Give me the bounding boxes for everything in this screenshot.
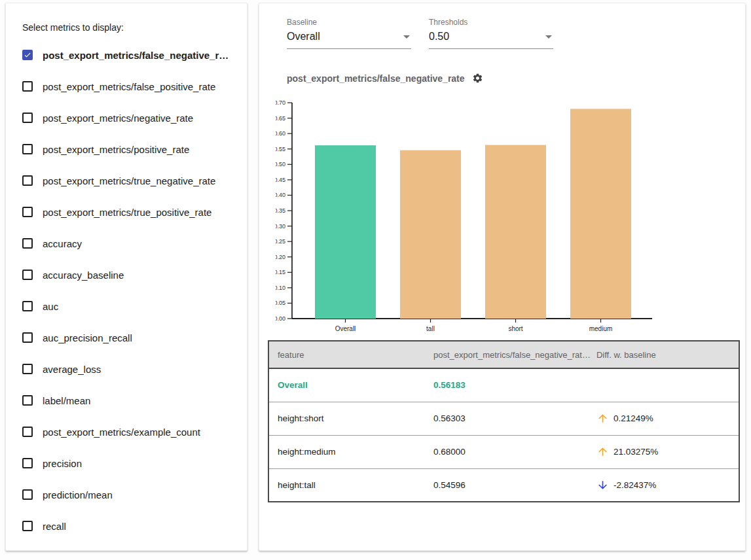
metric-value-cell: 0.56183 <box>428 368 591 402</box>
metric-option-label: auc <box>43 301 58 312</box>
metric-option-10[interactable]: average_loss <box>6 353 247 385</box>
baseline-label: Baseline <box>287 18 411 27</box>
checkbox-unchecked-icon[interactable] <box>22 175 33 186</box>
checkbox-unchecked-icon[interactable] <box>22 81 33 92</box>
chevron-down-icon <box>545 35 552 39</box>
x-tick-label: medium <box>589 325 613 332</box>
metric-option-5[interactable]: post_export_metrics/true_positive_rate <box>6 196 247 228</box>
metric-option-label: accuracy <box>43 238 82 249</box>
checkbox-checked-icon[interactable] <box>22 50 33 60</box>
checkbox-unchecked-icon[interactable] <box>22 113 33 123</box>
y-tick-label: 0.35 <box>276 207 285 214</box>
bar-Overall[interactable] <box>315 145 376 319</box>
bar-medium[interactable] <box>570 109 631 319</box>
checkbox-unchecked-icon[interactable] <box>22 238 33 249</box>
gear-icon[interactable] <box>472 73 483 84</box>
table-row-height:short[interactable]: height:short0.563030.21249% <box>268 402 739 435</box>
bar-tall[interactable] <box>400 150 461 319</box>
y-tick-label: 0.25 <box>276 238 285 245</box>
metric-option-0[interactable]: post_export_metrics/false_negative_r… <box>6 39 247 71</box>
metric-option-7[interactable]: accuracy_baseline <box>6 259 247 290</box>
y-tick-label: 0.55 <box>276 146 285 152</box>
checkbox-unchecked-icon[interactable] <box>22 521 33 531</box>
controls-bar: Baseline Overall Thresholds 0.50 <box>287 18 553 49</box>
metric-option-label: recall <box>43 521 66 532</box>
diff-cell: 21.03275% <box>591 435 739 468</box>
metric-option-2[interactable]: post_export_metrics/negative_rate <box>6 102 247 133</box>
y-tick-label: 0.45 <box>276 177 285 183</box>
metric-option-13[interactable]: precision <box>6 447 247 479</box>
diff-cell: 0.21249% <box>591 402 739 435</box>
metric-option-8[interactable]: auc <box>6 290 247 322</box>
metric-option-12[interactable]: post_export_metrics/example_count <box>6 416 247 447</box>
baseline-dropdown[interactable]: Baseline Overall <box>287 18 411 49</box>
metric-option-label: precision <box>43 458 82 469</box>
metric-option-label: label/mean <box>43 395 90 406</box>
checkbox-unchecked-icon[interactable] <box>22 207 33 217</box>
metric-option-4[interactable]: post_export_metrics/true_negative_rate <box>6 165 247 196</box>
feature-cell: height:tall <box>268 468 428 502</box>
metric-option-label: post_export_metrics/false_positive_rate <box>43 81 215 92</box>
table-row-height:medium[interactable]: height:medium0.6800021.03275% <box>268 435 739 468</box>
diff-cell <box>591 368 739 402</box>
metric-value-cell: 0.54596 <box>428 468 591 502</box>
metric-option-6[interactable]: accuracy <box>6 228 247 259</box>
bar-short[interactable] <box>485 145 546 319</box>
metrics-table: featurepost_export_metrics/false_negativ… <box>268 340 740 502</box>
chart-header: post_export_metrics/false_negative_rate <box>287 73 483 84</box>
metric-option-14[interactable]: prediction/mean <box>6 479 247 510</box>
metrics-sidebar: Select metrics to display: post_export_m… <box>5 3 247 551</box>
metric-option-label: post_export_metrics/positive_rate <box>43 144 189 155</box>
diff-value: -2.82437% <box>614 480 656 490</box>
metric-option-label: post_export_metrics/false_negative_r… <box>43 50 229 61</box>
checkbox-unchecked-icon[interactable] <box>22 395 33 406</box>
chart-title: post_export_metrics/false_negative_rate <box>287 73 465 84</box>
table-header-row: featurepost_export_metrics/false_negativ… <box>268 341 739 368</box>
metric-option-9[interactable]: auc_precision_recall <box>6 322 247 353</box>
sidebar-title: Select metrics to display: <box>22 22 247 33</box>
checkbox-unchecked-icon[interactable] <box>22 144 33 154</box>
metric-option-label: accuracy_baseline <box>43 270 124 281</box>
checkbox-unchecked-icon[interactable] <box>22 364 33 374</box>
checkbox-unchecked-icon[interactable] <box>22 301 33 311</box>
metric-option-label: post_export_metrics/negative_rate <box>43 113 193 124</box>
metric-option-label: average_loss <box>43 364 101 375</box>
y-tick-label: 0.65 <box>276 115 285 122</box>
table-row-height:tall[interactable]: height:tall0.54596-2.82437% <box>268 468 739 502</box>
table-header-2: Diff. w. baseline <box>591 341 739 368</box>
metric-option-3[interactable]: post_export_metrics/positive_rate <box>6 133 247 165</box>
x-tick-label: tall <box>426 325 435 332</box>
y-tick-label: 0.05 <box>276 300 285 306</box>
chevron-down-icon <box>403 35 410 39</box>
arrow-up-icon <box>596 446 609 458</box>
y-tick-label: 0.20 <box>276 254 285 260</box>
y-tick-label: 0.70 <box>276 99 285 106</box>
checkbox-unchecked-icon[interactable] <box>22 332 33 343</box>
feature-cell: height:medium <box>268 435 428 468</box>
metric-option-label: post_export_metrics/example_count <box>43 427 200 438</box>
y-tick-label: 0.00 <box>276 315 285 322</box>
thresholds-value: 0.50 <box>429 31 449 43</box>
diff-cell: -2.82437% <box>591 468 739 502</box>
checkbox-unchecked-icon[interactable] <box>22 270 33 280</box>
metric-option-label: post_export_metrics/true_positive_rate <box>43 207 211 218</box>
metric-value-cell: 0.68000 <box>428 435 591 468</box>
table-row-Overall[interactable]: Overall0.56183 <box>268 368 739 402</box>
metric-option-15[interactable]: recall <box>6 510 247 542</box>
checkbox-unchecked-icon[interactable] <box>22 489 33 500</box>
thresholds-dropdown[interactable]: Thresholds 0.50 <box>429 18 553 49</box>
baseline-value: Overall <box>287 31 320 43</box>
thresholds-label: Thresholds <box>429 18 553 27</box>
checkbox-unchecked-icon[interactable] <box>22 458 33 468</box>
arrow-up-icon <box>596 412 609 425</box>
table-header-0: feature <box>268 341 428 368</box>
y-tick-label: 0.10 <box>276 285 285 291</box>
metric-option-11[interactable]: label/mean <box>6 385 247 416</box>
metric-option-1[interactable]: post_export_metrics/false_positive_rate <box>6 71 247 102</box>
main-panel: Baseline Overall Thresholds 0.50 post_ex… <box>259 3 746 551</box>
diff-value: 0.21249% <box>614 413 653 423</box>
metric-option-label: auc_precision_recall <box>43 332 132 343</box>
feature-cell: Overall <box>268 368 428 402</box>
metric-option-label: prediction/mean <box>43 489 113 500</box>
checkbox-unchecked-icon[interactable] <box>22 427 33 437</box>
